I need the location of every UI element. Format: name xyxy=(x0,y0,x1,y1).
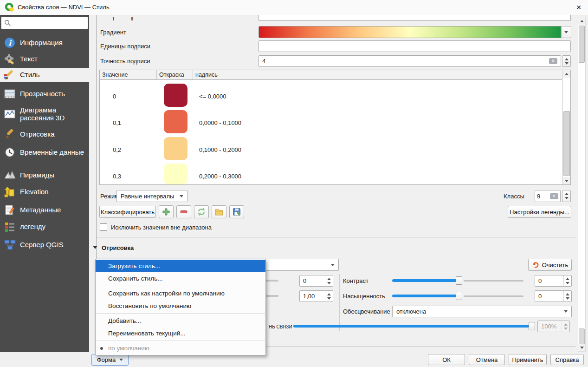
spin-down-icon xyxy=(565,197,569,199)
menu-item-save-style[interactable]: Сохранить стиль... xyxy=(96,272,265,285)
sidebar-item-text[interactable]: Текст xyxy=(0,52,89,66)
apply-button[interactable]: Применить xyxy=(509,354,547,365)
class-color-swatch[interactable] xyxy=(164,137,187,160)
spin-up-icon xyxy=(566,278,569,280)
metadata-icon xyxy=(3,203,16,216)
exclude-out-of-range-checkbox[interactable] xyxy=(100,223,107,231)
refresh-icon xyxy=(197,207,206,216)
search-input[interactable] xyxy=(1,17,88,29)
menu-item-default[interactable]: по умолчанию xyxy=(96,342,265,354)
column-header-label[interactable]: надпись xyxy=(193,70,562,79)
gamma-spinbox[interactable]: 1,00 xyxy=(299,290,333,302)
gradient-ramp[interactable] xyxy=(258,26,561,38)
pyramids-icon xyxy=(3,169,16,182)
menu-item-rename-current[interactable]: Переименовать текущий... xyxy=(96,327,265,340)
precision-stepper[interactable] xyxy=(562,55,571,67)
close-icon[interactable]: × xyxy=(572,2,585,13)
class-value: 0,2 xyxy=(113,143,121,156)
clock-icon xyxy=(3,146,16,159)
class-color-swatch[interactable] xyxy=(164,84,187,107)
menu-item-add[interactable]: Добавить... xyxy=(96,315,265,327)
gradient-dropdown-button[interactable] xyxy=(561,26,571,38)
spin-up-icon xyxy=(565,193,569,195)
reset-rendering-button[interactable]: Очистить xyxy=(528,259,572,271)
table-header: Значение Откраска надпись xyxy=(100,70,562,80)
saturation-spinbox[interactable]: 0 xyxy=(535,290,572,302)
sidebar-item-qgis-server[interactable]: Сервер QGIS xyxy=(0,238,89,252)
column-header-color[interactable]: Откраска xyxy=(157,70,193,79)
sidebar-item-rendering[interactable]: Отрисовка xyxy=(0,127,89,141)
style-menu-button[interactable]: Форма xyxy=(91,354,129,366)
grayscale-combobox[interactable]: отключена xyxy=(392,306,572,317)
classes-input[interactable]: 9 ✕ xyxy=(535,190,561,202)
brightness-spinbox[interactable]: 0 xyxy=(299,275,333,287)
cancel-button[interactable]: Отмена xyxy=(469,354,505,365)
menu-separator xyxy=(96,286,265,286)
menu-item-load-style[interactable]: Загрузить стиль... xyxy=(96,260,265,272)
classes-stepper[interactable] xyxy=(562,190,571,202)
gradient-label: Градиент xyxy=(100,26,126,38)
page-scrollbar-segment[interactable] xyxy=(579,328,585,345)
contrast-spinbox[interactable]: 0 xyxy=(535,275,572,287)
collapse-triangle-icon[interactable] xyxy=(93,246,97,249)
remove-class-button[interactable] xyxy=(176,205,191,218)
clipped-combobox[interactable] xyxy=(258,15,571,21)
scroll-up-icon[interactable] xyxy=(578,17,585,25)
mode-combobox[interactable]: Равные интервалы xyxy=(116,190,187,202)
gamma-value: 1,00 xyxy=(303,293,315,300)
load-color-map-button[interactable] xyxy=(212,205,226,218)
brightness-value: 0 xyxy=(303,277,306,284)
clear-field-icon[interactable]: ✕ xyxy=(549,58,557,64)
sidebar-item-temporal[interactable]: Временны́е данные xyxy=(0,145,89,159)
classify-button[interactable]: Классифицировать xyxy=(99,206,156,218)
sidebar-item-label: Сервер QGIS xyxy=(20,241,64,249)
sidebar-item-scatter-3d[interactable]: Диаграмма рассеяния 3D xyxy=(0,103,89,125)
sidebar-item-label: Информация xyxy=(20,39,63,46)
contrast-label: Контраст xyxy=(343,275,368,287)
class-color-swatch[interactable] xyxy=(164,164,187,184)
clear-field-icon[interactable]: ✕ xyxy=(550,193,558,199)
page-scrollbar[interactable] xyxy=(578,17,586,352)
precision-input[interactable]: 4 ✕ xyxy=(258,55,561,67)
sidebar-item-information[interactable]: i Информация xyxy=(0,36,89,50)
ok-button[interactable]: ОК xyxy=(428,354,465,365)
add-class-button[interactable] xyxy=(159,205,174,218)
menu-item-restore-default[interactable]: Восстановить по умолчанию xyxy=(96,300,265,312)
menu-item-save-as-default[interactable]: Сохранить как настройки по умолчанию xyxy=(96,287,265,300)
sidebar-item-legend[interactable]: легенду xyxy=(0,220,89,234)
sidebar-item-metadata[interactable]: Метаданные xyxy=(0,203,89,217)
spin-up-icon xyxy=(565,58,569,60)
section-divider xyxy=(97,237,575,238)
sidebar-item-transparency[interactable]: Прозрачность xyxy=(0,87,89,101)
grayscale-value: отключена xyxy=(396,308,426,315)
sidebar-item-pyramids[interactable]: Пирамиды xyxy=(0,168,89,182)
server-icon xyxy=(3,238,16,251)
precision-value: 4 xyxy=(262,58,265,65)
table-scrollbar[interactable] xyxy=(562,70,570,184)
class-label: 0,2000 - 0,3000 xyxy=(199,170,241,183)
legend-settings-button[interactable]: Настройки легенды... xyxy=(508,206,571,218)
menu-separator xyxy=(96,313,265,314)
scroll-down-icon[interactable] xyxy=(563,177,570,184)
slider-handle[interactable] xyxy=(529,322,535,330)
sidebar-item-label: Метаданные xyxy=(20,206,61,214)
save-color-map-button[interactable] xyxy=(229,205,244,218)
units-input[interactable] xyxy=(258,40,571,52)
refresh-classes-button[interactable] xyxy=(194,205,209,218)
rendering-icon xyxy=(3,128,16,141)
scroll-down-icon[interactable] xyxy=(578,344,585,351)
sidebar-item-elevation[interactable]: Elevation xyxy=(0,185,89,199)
splitter-grip[interactable]: ⋮ xyxy=(87,154,91,156)
scroll-up-icon[interactable] xyxy=(563,70,570,78)
help-button[interactable]: Справка xyxy=(550,354,584,365)
sidebar-item-style[interactable]: Стиль xyxy=(0,68,89,82)
slider-handle[interactable] xyxy=(456,276,462,285)
class-color-swatch[interactable] xyxy=(164,110,187,133)
chevron-down-icon xyxy=(564,310,568,313)
table-scrollbar-thumb[interactable] xyxy=(563,111,570,176)
page-scrollbar-thumb[interactable] xyxy=(579,26,585,63)
spin-down-icon xyxy=(327,297,331,300)
column-header-value[interactable]: Значение xyxy=(100,70,157,79)
blend-spinbox[interactable]: 100% xyxy=(537,321,570,332)
slider-handle[interactable] xyxy=(456,292,462,300)
